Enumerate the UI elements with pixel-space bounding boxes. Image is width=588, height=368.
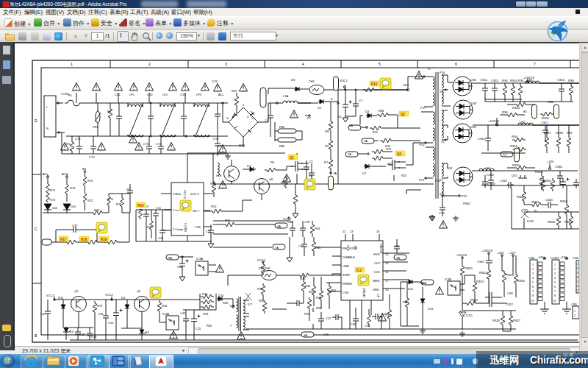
svg-text:V-: V- — [226, 116, 229, 120]
svg-text:R20: R20 — [211, 205, 217, 208]
svg-text:B8: B8 — [82, 167, 87, 171]
svg-text:7A: 7A — [275, 246, 279, 250]
svg-text:IC7: IC7 — [248, 302, 253, 306]
svg-text:RS25: RS25 — [506, 273, 514, 277]
svg-text:6: 6 — [554, 286, 556, 289]
svg-text:R1: R1 — [66, 142, 71, 146]
svg-text:15: 15 — [441, 140, 445, 144]
svg-text:ACN: ACN — [62, 172, 68, 176]
svg-text:D11: D11 — [58, 296, 64, 300]
svg-text:10: 10 — [385, 288, 389, 291]
svg-text:CY9: CY9 — [439, 211, 445, 215]
svg-text:4: 4 — [554, 277, 556, 280]
svg-text:CX2: CX2 — [147, 93, 154, 96]
svg-text:LS2: LS2 — [520, 120, 526, 124]
svg-text:3A: 3A — [304, 333, 307, 337]
svg-text:7: 7 — [230, 324, 232, 328]
svg-text:P11: P11 — [435, 179, 441, 183]
svg-text:R40: R40 — [300, 277, 306, 280]
svg-text:LINE: LINE — [343, 264, 349, 268]
svg-text:C17: C17 — [298, 244, 304, 248]
svg-text:RS26: RS26 — [492, 319, 501, 322]
svg-text:R79: R79 — [97, 304, 103, 308]
svg-text:IC2: IC2 — [356, 269, 362, 272]
svg-text:12: 12 — [343, 230, 346, 233]
svg-text:2 Comp: 2 Comp — [173, 227, 184, 231]
svg-text:1: 1 — [532, 263, 534, 266]
svg-text:R8: R8 — [325, 130, 329, 133]
svg-text:5: 5 — [379, 62, 381, 66]
svg-text:N: N — [46, 127, 49, 130]
svg-text:CS22: CS22 — [506, 302, 514, 306]
svg-text:RS19: RS19 — [510, 144, 518, 148]
svg-text:+12V: +12V — [509, 251, 516, 255]
svg-text:L: L — [46, 105, 49, 109]
svg-text:CND: CND — [528, 256, 535, 260]
svg-text:R26: R26 — [137, 204, 144, 208]
svg-text:CS41: CS41 — [488, 183, 496, 186]
svg-text:D6: D6 — [121, 296, 126, 300]
svg-text:2: 2 — [574, 314, 576, 317]
svg-text:RS4: RS4 — [512, 135, 518, 138]
svg-text:C3: C3 — [309, 160, 313, 163]
svg-text:CY7: CY7 — [213, 137, 220, 141]
svg-text:6: 6 — [455, 62, 457, 66]
svg-text:Q5: Q5 — [137, 289, 141, 293]
svg-text:C5: C5 — [309, 174, 313, 177]
svg-text:8: 8 — [554, 294, 556, 297]
svg-text:T1: T1 — [427, 67, 431, 71]
svg-text:LS3: LS3 — [527, 78, 533, 82]
svg-text:R32: R32 — [223, 301, 229, 305]
svg-text:CN4: CN4 — [573, 256, 579, 260]
svg-text:FB4: FB4 — [279, 125, 285, 129]
svg-text:+24V: +24V — [547, 160, 554, 163]
svg-text:7: 7 — [554, 290, 556, 293]
svg-text:RS42: RS42 — [479, 271, 487, 275]
svg-text:R33: R33 — [203, 312, 209, 316]
svg-text:VCC3: VCC3 — [46, 294, 54, 297]
svg-text:R74: R74 — [94, 208, 100, 212]
svg-text:RS20: RS20 — [542, 116, 550, 120]
svg-text:C10: C10 — [108, 321, 114, 325]
svg-text:CS16: CS16 — [557, 78, 565, 82]
svg-text:LVG: LVG — [374, 270, 380, 274]
svg-text:CX3: CX3 — [180, 93, 187, 96]
svg-text:C31: C31 — [177, 265, 183, 269]
svg-text:CS42: CS42 — [500, 179, 508, 183]
svg-text:LF1: LF1 — [129, 93, 135, 96]
svg-text:R27: R27 — [147, 225, 153, 229]
svg-text:CS14: CS14 — [480, 78, 488, 82]
svg-text:ISEN: ISEN — [373, 279, 379, 283]
svg-text:RFMIN: RFMIN — [343, 282, 352, 286]
svg-text:R25: R25 — [116, 202, 122, 206]
svg-text:GD 7: GD 7 — [193, 209, 200, 213]
svg-text:R15: R15 — [401, 174, 407, 177]
svg-text:IC3B: IC3B — [445, 277, 451, 281]
svg-text:C54: C54 — [365, 324, 370, 328]
svg-text:R24: R24 — [162, 304, 168, 308]
svg-text:C49: C49 — [91, 335, 97, 339]
svg-text:VDC: VDC — [403, 83, 409, 87]
svg-text:C15: C15 — [206, 230, 212, 233]
svg-text:ZCD 5: ZCD 5 — [190, 192, 199, 196]
svg-text:D13: D13 — [428, 307, 434, 311]
svg-text:C: C — [35, 227, 37, 231]
svg-text:R56: R56 — [259, 299, 265, 302]
svg-text:D10: D10 — [218, 294, 224, 297]
svg-text:CON3: CON3 — [551, 256, 559, 260]
svg-text:R9: R9 — [325, 144, 329, 148]
svg-text:1: 1 — [71, 62, 73, 66]
svg-text:R59: R59 — [304, 312, 310, 316]
svg-text:C47: C47 — [40, 312, 46, 316]
svg-text:RS56: RS56 — [560, 199, 568, 203]
svg-text:Q6: Q6 — [269, 177, 273, 181]
svg-text:R73: R73 — [70, 186, 76, 190]
svg-text:TH2: TH2 — [265, 266, 270, 270]
svg-text:3: 3 — [532, 272, 534, 275]
svg-text:C26: C26 — [323, 333, 329, 336]
svg-text:K: K — [331, 97, 333, 101]
svg-text:8A: 8A — [423, 281, 426, 285]
svg-text:ACL: ACL — [218, 93, 225, 96]
svg-text:R44: R44 — [305, 284, 311, 288]
svg-text:4: 4 — [532, 277, 534, 280]
